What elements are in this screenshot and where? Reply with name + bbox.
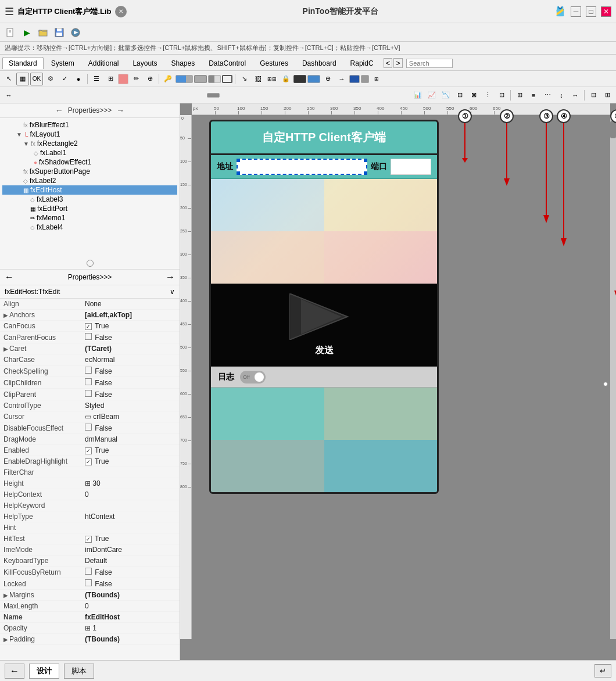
checkbox-hittest[interactable]: ✓	[85, 536, 92, 543]
prop-val-anchors[interactable]: [akLeft,akTop]	[81, 310, 180, 321]
prop-val-disablefocus[interactable]: False	[81, 422, 180, 434]
tab-search-input[interactable]	[406, 59, 453, 68]
space-tool[interactable]: ↕	[555, 89, 568, 102]
prop-val-clipparent[interactable]: False	[81, 389, 180, 400]
prop-val-name[interactable]: fxEditHost	[81, 612, 180, 623]
prop-val-canfocus[interactable]: ✓ True	[81, 321, 180, 332]
tree-item-layout[interactable]: ▼ L fxLayout1	[2, 130, 177, 139]
tree-item-label1[interactable]: ◇ fxLabel1	[2, 148, 177, 157]
prop-val-keyboardtype[interactable]: Default	[81, 555, 180, 567]
align1-tool[interactable]: ⊟	[453, 89, 466, 102]
checkbox-locked[interactable]	[85, 579, 92, 586]
chart2-tool[interactable]: 📈	[425, 89, 438, 102]
orange-tool[interactable]	[118, 74, 128, 84]
tab-next-btn[interactable]: >	[393, 58, 403, 68]
grid-tool[interactable]: ⊞⊞	[266, 73, 278, 85]
prop-val-caret[interactable]: (TCaret)	[81, 343, 180, 354]
prop-val-helptype[interactable]: htContext	[81, 511, 180, 522]
align2-tool[interactable]: ⊠	[467, 89, 480, 102]
center-h-tool[interactable]: ⊟	[587, 89, 600, 102]
tree-item-label2[interactable]: ◇ fxLabel2	[2, 176, 177, 185]
prop-val-enabledrag[interactable]: ✓ True	[81, 456, 180, 467]
tree-item-label4[interactable]: ◇ fxLabel4	[2, 223, 177, 232]
vmid-tool[interactable]: ⊡	[495, 89, 508, 102]
cursor-tool[interactable]: ↖	[2, 73, 15, 85]
return-button[interactable]: ↵	[594, 664, 611, 678]
tab-system[interactable]: System	[45, 57, 81, 69]
nav-right-btn[interactable]: →	[166, 272, 175, 282]
check-tool[interactable]: ✓	[58, 73, 71, 85]
prop-val-margins[interactable]: (TBounds)	[81, 590, 180, 601]
center-v-tool[interactable]: ⊞	[601, 89, 614, 102]
prop-val-charcase[interactable]: ecNormal	[81, 354, 180, 365]
checkbox-checkspelling[interactable]	[85, 367, 92, 374]
prop-val-imemode[interactable]: imDontCare	[81, 544, 180, 555]
box-tool[interactable]	[222, 75, 232, 83]
prop-val-helpcontext[interactable]: 0	[81, 489, 180, 500]
prop-val-helpkeyword[interactable]	[81, 500, 180, 511]
img-tool[interactable]: 🖼	[252, 73, 264, 85]
checkbox-canparentfocus[interactable]	[85, 333, 92, 340]
ruler-tool[interactable]: ↔	[2, 89, 15, 102]
arrow-tool[interactable]: ↘	[238, 73, 250, 85]
graybar-tool[interactable]	[361, 75, 369, 83]
chart3-tool[interactable]: 📉	[439, 89, 452, 102]
bluebar-tool[interactable]	[307, 75, 320, 83]
select-tool[interactable]: ▦	[16, 73, 29, 85]
prop-val-clipchildren[interactable]: False	[81, 377, 180, 389]
ok-tool[interactable]: OK	[30, 73, 43, 85]
checkbox-clipchildren[interactable]	[85, 378, 92, 385]
table-tool[interactable]: ⊞	[104, 73, 117, 85]
multibar-tool[interactable]: ⊞	[370, 73, 383, 85]
tab-standard[interactable]: Standard	[2, 57, 44, 69]
tree-expand-rect[interactable]: ▼	[23, 141, 29, 147]
vdots-tool[interactable]: ⋮	[481, 89, 494, 102]
prop-val-killfocus[interactable]: False	[81, 567, 180, 578]
form-input-port[interactable]	[391, 159, 431, 175]
circle-tool[interactable]: ●	[72, 73, 85, 85]
bar2-tool[interactable]	[194, 75, 207, 83]
list-tool[interactable]: ☰	[90, 73, 103, 85]
save-button[interactable]	[52, 26, 66, 40]
prop-val-maxlength[interactable]: 0	[81, 601, 180, 612]
key-tool[interactable]: 🔑	[162, 73, 174, 85]
tree-item-memo[interactable]: ✏ fxMemo1	[2, 213, 177, 223]
minimize-button[interactable]: ─	[571, 6, 581, 17]
tree-forward-btn[interactable]: →	[116, 106, 124, 115]
tab-gestures[interactable]: Gestures	[253, 57, 295, 69]
prop-val-filterchar[interactable]	[81, 467, 180, 478]
hdots-tool[interactable]: ⋯	[541, 89, 554, 102]
publish-button[interactable]	[69, 26, 83, 40]
darkbar-tool[interactable]	[293, 75, 306, 83]
pick-tool[interactable]: ⊕	[144, 73, 156, 85]
prop-val-hint[interactable]	[81, 522, 180, 533]
hbar-tool[interactable]	[207, 93, 220, 98]
prop-val-padding[interactable]: (TBounds)	[81, 634, 180, 645]
pen-tool[interactable]: ✏	[130, 73, 142, 85]
tab-additional[interactable]: Additional	[82, 57, 126, 69]
tree-back-btn[interactable]: ←	[55, 106, 63, 115]
tab-prev-btn[interactable]: <	[384, 58, 393, 68]
prop-val-canparentfocus[interactable]: False	[81, 332, 180, 343]
chart1-tool[interactable]: 📊	[411, 89, 424, 102]
prop-val-opacity[interactable]: ⊞ 1	[81, 623, 180, 634]
tree-item-label3[interactable]: ◇ fxLabel3	[2, 195, 177, 204]
close-button[interactable]: ✕	[601, 6, 611, 17]
prop-val-locked[interactable]: False	[81, 578, 180, 590]
tab-rapidc[interactable]: RapidC	[344, 57, 380, 69]
expand-padding-icon[interactable]: ▶	[3, 636, 8, 643]
props-collapse-btn[interactable]: ∨	[170, 288, 175, 296]
checkbox-disablefocus[interactable]	[85, 424, 92, 431]
nav-left-btn[interactable]: ←	[5, 272, 14, 282]
expand-margins-icon[interactable]: ▶	[3, 592, 8, 598]
prop-val-hittest[interactable]: ✓ True	[81, 533, 180, 544]
checkbox-enabled[interactable]: ✓	[85, 447, 92, 454]
design-button[interactable]: 设计	[29, 664, 59, 679]
tree-expand-layout[interactable]: ▼	[16, 131, 22, 138]
back-button[interactable]: ←	[5, 664, 24, 679]
form-input-host[interactable]	[237, 159, 367, 175]
blueline-tool[interactable]	[349, 75, 360, 83]
bar3-tool[interactable]	[208, 75, 221, 83]
bar1-tool[interactable]	[176, 75, 193, 83]
toggle-switch[interactable]: Off	[240, 371, 266, 383]
